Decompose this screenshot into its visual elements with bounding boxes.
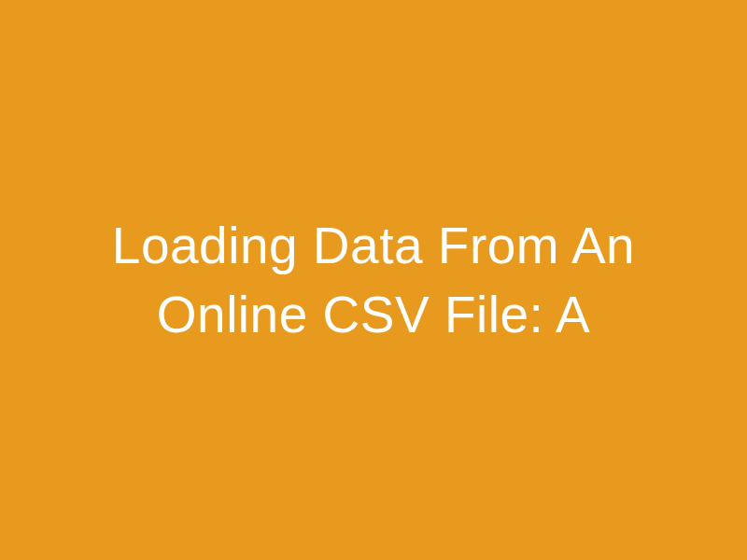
- page-title: Loading Data From An Online CSV File: A: [56, 211, 691, 350]
- title-container: Loading Data From An Online CSV File: A: [0, 211, 747, 350]
